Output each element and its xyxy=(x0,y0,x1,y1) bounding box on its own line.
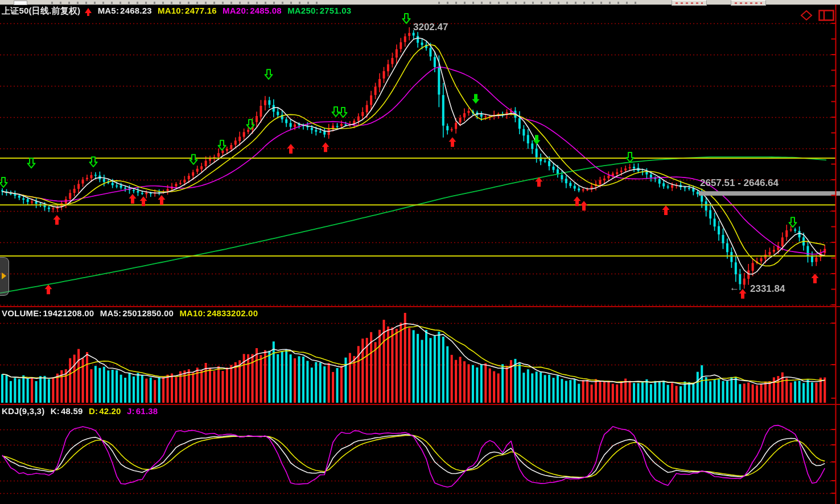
diamond-icon[interactable] xyxy=(800,10,813,21)
menubar-text-fragment xyxy=(51,2,319,4)
k-label: K: xyxy=(51,406,60,416)
ma10-label: MA10: xyxy=(158,6,184,15)
volume-panel: VOLUME:19421208.00 MA5:25012850.00 MA10:… xyxy=(0,307,840,404)
kdj-header: KDJ(9,3,3) K:48.59 D:42.20 J:61.38 xyxy=(2,406,161,416)
candlestick-chart-canvas[interactable] xyxy=(0,5,840,306)
left-panel-toggle[interactable] xyxy=(0,257,9,296)
ma5-label: MA5: xyxy=(98,6,119,15)
ma250-label: MA250: xyxy=(287,6,319,15)
ma250-value: 2751.03 xyxy=(320,6,352,15)
main-chart-panel: 上证50(日线.前复权) MA5:2468.23 MA10:2477.16 MA… xyxy=(0,5,840,306)
expand-right-icon xyxy=(2,272,6,279)
ma10-value: 2477.16 xyxy=(185,6,217,15)
volume-label: VOLUME: xyxy=(2,308,42,318)
ma20-label: MA20: xyxy=(223,6,249,15)
symbol-title: 上证50(日线.前复权) xyxy=(2,6,80,15)
chart-corner-controls xyxy=(800,10,834,21)
vol-ma10-value: 24833202.00 xyxy=(207,308,258,318)
d-value: 42.20 xyxy=(99,406,121,416)
trading-terminal: 上证50(日线.前复权) MA5:2468.23 MA10:2477.16 MA… xyxy=(0,0,840,504)
vol-ma5-label: MA5: xyxy=(100,308,121,318)
vol-ma5-value: 25012850.00 xyxy=(122,308,174,318)
j-value: 61.38 xyxy=(136,406,158,416)
trough-price-annotation: 2331.84 xyxy=(750,283,785,295)
j-label: J: xyxy=(127,406,135,416)
ma5-value: 2468.23 xyxy=(120,6,152,15)
d-label: D: xyxy=(89,406,98,416)
peak-price-annotation: 3202.47 xyxy=(413,22,448,33)
k-value: 48.59 xyxy=(61,406,83,416)
split-window-icon[interactable] xyxy=(818,10,834,21)
up-arrow-icon xyxy=(85,8,92,13)
ma20-value: 2485.08 xyxy=(250,6,282,15)
volume-chart-canvas[interactable] xyxy=(0,307,840,404)
kdj-title: KDJ(9,3,3) xyxy=(2,406,44,416)
main-chart-header: 上证50(日线.前复权) MA5:2468.23 MA10:2477.16 MA… xyxy=(2,6,355,16)
vol-ma10-label: MA10: xyxy=(179,308,205,318)
volume-header: VOLUME:19421208.00 MA5:25012850.00 MA10:… xyxy=(2,308,261,318)
gap-zone-annotation: 2657.51 - 2646.64 xyxy=(700,177,779,189)
low-arrow-glyph: ← xyxy=(730,282,739,294)
kdj-panel: KDJ(9,3,3) K:48.59 D:42.20 J:61.38 xyxy=(0,405,840,504)
menubar-text-fragment xyxy=(438,2,643,4)
kdj-chart-canvas[interactable] xyxy=(0,405,840,504)
volume-value: 19421208.00 xyxy=(43,308,94,318)
